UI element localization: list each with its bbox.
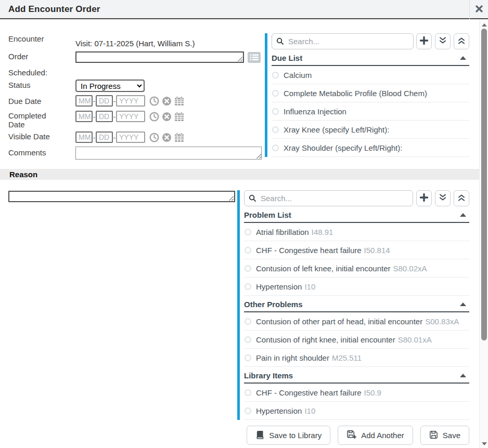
item-code: M25.511 <box>332 353 362 362</box>
item-name: Contusion of right knee, initial encount… <box>256 335 395 344</box>
scroll-up-icon[interactable] <box>482 23 487 27</box>
completed-date-day-input[interactable] <box>96 111 113 122</box>
section-title: Other Problems <box>244 300 303 309</box>
collapse-triangle-icon[interactable] <box>460 374 466 377</box>
save-button[interactable]: Save <box>420 426 469 445</box>
section-title: Problem List <box>244 210 291 219</box>
add-another-button[interactable]: Add Another <box>338 426 413 445</box>
problem-list-item[interactable]: Atrial fibrillation I48.91 <box>244 223 469 241</box>
add-item-button[interactable] <box>416 33 432 49</box>
due-date-row: - - <box>75 95 184 107</box>
vertical-scrollbar[interactable] <box>479 20 488 448</box>
encounter-value: Visit: 07-11-2025 (Hart, William S.) <box>75 39 195 48</box>
item-code: S80.02xA <box>393 264 427 273</box>
clear-date-icon[interactable] <box>161 111 172 122</box>
item-code: S80.01xA <box>398 335 432 344</box>
item-code: I10 <box>304 282 315 291</box>
collapse-triangle-icon[interactable] <box>460 213 466 217</box>
radio-circle-icon[interactable] <box>245 389 251 396</box>
expand-all-button[interactable] <box>435 33 451 49</box>
radio-circle-icon[interactable] <box>245 247 251 254</box>
radio-circle-icon[interactable] <box>272 144 279 151</box>
calendar-icon[interactable] <box>174 111 184 122</box>
problem-list-item[interactable]: Hypertension I10 <box>244 278 469 296</box>
item-code: S00.83xA <box>425 317 459 326</box>
due-list-item[interactable]: Influenza Injection <box>272 102 469 121</box>
reason-section-band: Reason <box>0 169 479 180</box>
due-list-item[interactable]: Calcium <box>272 66 469 84</box>
item-code: I10 <box>304 406 315 415</box>
comments-textarea[interactable] <box>75 147 262 160</box>
order-list-picker-button[interactable] <box>248 52 261 63</box>
radio-circle-icon[interactable] <box>245 336 251 343</box>
add-item-button[interactable] <box>416 190 432 206</box>
calendar-icon[interactable] <box>174 132 184 142</box>
radio-circle-icon[interactable] <box>272 126 279 133</box>
clear-date-icon[interactable] <box>161 132 172 142</box>
due-date-day-input[interactable] <box>96 95 113 107</box>
radio-circle-icon[interactable] <box>245 265 251 272</box>
visible-date-label: Visible Date <box>8 132 59 141</box>
due-list-panel: Due List Calcium Complete Metabolic Prof… <box>265 33 469 157</box>
collapse-triangle-icon[interactable] <box>460 302 466 306</box>
completed-date-month-input[interactable] <box>75 111 93 122</box>
problem-list-item[interactable]: Pain in right shoulder M25.511 <box>244 349 469 367</box>
reason-input[interactable] <box>8 191 235 202</box>
item-code: I48.91 <box>312 228 333 236</box>
problem-list-item[interactable]: Contusion of other part of head, initial… <box>244 312 469 331</box>
order-input[interactable] <box>75 51 244 63</box>
close-button[interactable] <box>469 0 488 19</box>
collapse-all-button[interactable] <box>454 190 469 206</box>
expand-all-button[interactable] <box>435 190 451 206</box>
radio-circle-icon[interactable] <box>245 407 251 414</box>
other-problems-list: Contusion of other part of head, initial… <box>244 312 469 367</box>
scroll-down-icon[interactable] <box>482 442 487 445</box>
due-list-header[interactable]: Due List <box>272 54 469 66</box>
collapse-all-button[interactable] <box>454 33 469 49</box>
visible-date-month-input[interactable] <box>75 131 93 143</box>
library-list-item[interactable]: CHF - Congestive heart failure I50.9 <box>244 384 469 402</box>
list-icon <box>248 56 261 64</box>
problem-list-header[interactable]: Problem List <box>244 210 469 223</box>
other-problems-header[interactable]: Other Problems <box>244 300 469 312</box>
radio-circle-icon[interactable] <box>245 283 251 290</box>
radio-circle-icon[interactable] <box>272 108 279 115</box>
problem-list-item[interactable]: CHF - Congestive heart failure I50.814 <box>244 241 469 259</box>
library-items-header[interactable]: Library Items <box>244 371 469 384</box>
due-list-item[interactable]: Xray Shoulder (specify Left/Right): <box>272 139 469 157</box>
reason-search-input[interactable] <box>244 190 413 206</box>
radio-circle-icon[interactable] <box>245 354 251 361</box>
library-list-item[interactable]: Hypertension I10 <box>244 402 469 420</box>
due-list-item[interactable]: Complete Metabolic Profile (Blood Chem) <box>272 84 469 102</box>
collapse-triangle-icon[interactable] <box>460 56 466 60</box>
encounter-label: Encounter <box>8 34 59 43</box>
visible-date-day-input[interactable] <box>96 131 113 143</box>
visible-date-year-input[interactable] <box>116 131 145 143</box>
due-list-item[interactable]: Xray Knee (specify Left/Right): <box>272 121 469 139</box>
item-label: Calcium <box>284 71 312 80</box>
clear-date-icon[interactable] <box>161 96 172 106</box>
save-to-library-button[interactable]: Save to Library <box>247 426 330 445</box>
plus-icon <box>420 36 428 47</box>
clock-icon[interactable] <box>149 111 159 122</box>
due-list-search-input[interactable] <box>272 33 414 49</box>
problem-list-item[interactable]: Contusion of left knee, initial encounte… <box>244 259 469 278</box>
radio-circle-icon[interactable] <box>272 72 279 78</box>
completed-date-year-input[interactable] <box>116 111 145 122</box>
due-date-year-input[interactable] <box>116 95 145 107</box>
section-title: Library Items <box>244 371 293 380</box>
radio-circle-icon[interactable] <box>272 90 279 97</box>
clock-icon[interactable] <box>149 132 159 142</box>
status-select[interactable]: In Progress <box>75 80 145 92</box>
calendar-icon[interactable] <box>174 96 184 106</box>
item-label: Xray Knee (specify Left/Right): <box>284 125 389 134</box>
scrollbar-thumb[interactable] <box>481 29 487 340</box>
save-label: Save <box>443 431 460 440</box>
problem-list-item[interactable]: Contusion of right knee, initial encount… <box>244 331 469 349</box>
save-plus-icon <box>346 430 356 441</box>
radio-circle-icon[interactable] <box>245 318 251 325</box>
due-date-month-input[interactable] <box>75 95 93 107</box>
radio-circle-icon[interactable] <box>245 229 251 235</box>
clock-icon[interactable] <box>149 96 159 106</box>
status-label: Status <box>8 81 59 89</box>
